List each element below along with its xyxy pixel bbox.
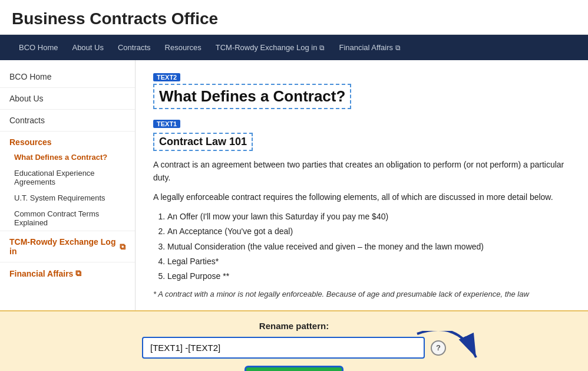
nav-about-us[interactable]: About Us xyxy=(65,35,110,60)
nav-bco-home[interactable]: BCO Home xyxy=(12,35,65,60)
rename-label: Rename pattern: xyxy=(12,321,576,331)
external-link-icon: ⧉ xyxy=(395,44,401,52)
sidebar-sub-common-contract[interactable]: Common Contract Terms Explained xyxy=(0,206,135,231)
list-item: An Acceptance (You've got a deal) xyxy=(167,224,570,239)
sidebar-item-contracts[interactable]: Contracts xyxy=(0,110,135,132)
rename-input[interactable] xyxy=(142,337,425,359)
external-link-icon: ⧉ xyxy=(75,268,81,278)
nav-contracts[interactable]: Contracts xyxy=(111,35,158,60)
sidebar-item-about-us[interactable]: About Us xyxy=(0,88,135,110)
content-footnote: * A contract with a minor is not legally… xyxy=(153,290,570,298)
content-list: An Offer (I'll mow your lawn this Saturd… xyxy=(167,209,570,284)
main-content: TEXT2 What Defines a Contract? TEXT1 Con… xyxy=(136,60,588,310)
sidebar-item-bco-home[interactable]: BCO Home xyxy=(0,66,135,88)
nav-resources[interactable]: Resources xyxy=(158,35,209,60)
sidebar-resources-label: Resources xyxy=(0,132,135,149)
list-item: Mutual Consideration (the value received… xyxy=(167,239,570,254)
badge-text1: TEXT1 xyxy=(153,119,570,130)
page-heading: What Defines a Contract? xyxy=(153,84,351,109)
nav-tcm-rowdy[interactable]: TCM-Rowdy Exchange Log in ⧉ xyxy=(209,35,332,60)
sidebar-tcm-rowdy[interactable]: TCM-Rowdy Exchange Log in ⧉ xyxy=(0,231,135,262)
sidebar-tcm-link[interactable]: TCM-Rowdy Exchange Log in ⧉ xyxy=(9,237,125,256)
badge-text2: TEXT2 xyxy=(153,72,570,84)
nav-financial-affairs[interactable]: Financial Affairs ⧉ xyxy=(332,35,408,60)
nav-bar: BCO Home About Us Contracts Resources TC… xyxy=(0,35,588,60)
list-item: Legal Parties* xyxy=(167,254,570,269)
sidebar-sub-what-defines[interactable]: What Defines a Contract? xyxy=(0,149,135,165)
sidebar-sub-ut-system[interactable]: U.T. System Requirements xyxy=(0,190,135,206)
list-item: An Offer (I'll mow your lawn this Saturd… xyxy=(167,209,570,224)
rename-pdf-button[interactable]: Rename PDF xyxy=(245,366,344,371)
content-para1: A contract is an agreement between two p… xyxy=(153,158,570,185)
bottom-panel: Rename pattern: ? Rename PDF xyxy=(0,310,588,371)
sidebar: BCO Home About Us Contracts Resources Wh… xyxy=(0,60,136,310)
main-layout: BCO Home About Us Contracts Resources Wh… xyxy=(0,60,588,310)
rename-row: ? xyxy=(12,337,576,359)
content-para2: A legally enforceable contract requires … xyxy=(153,191,570,203)
help-button[interactable]: ? xyxy=(431,340,446,356)
external-link-icon: ⧉ xyxy=(120,242,125,252)
sidebar-sub-educational[interactable]: Educational Experience Agreements xyxy=(0,165,135,190)
list-item: Legal Purpose ** xyxy=(167,269,570,284)
section-heading: Contract Law 101 xyxy=(153,133,253,151)
rename-btn-row: Rename PDF xyxy=(12,366,576,371)
site-title: Business Contracts Office xyxy=(12,9,576,28)
sidebar-financial-link[interactable]: Financial Affairs ⧉ xyxy=(9,268,81,278)
external-link-icon: ⧉ xyxy=(319,44,325,52)
site-header: Business Contracts Office xyxy=(0,0,588,35)
sidebar-financial-affairs[interactable]: Financial Affairs ⧉ xyxy=(0,262,135,284)
